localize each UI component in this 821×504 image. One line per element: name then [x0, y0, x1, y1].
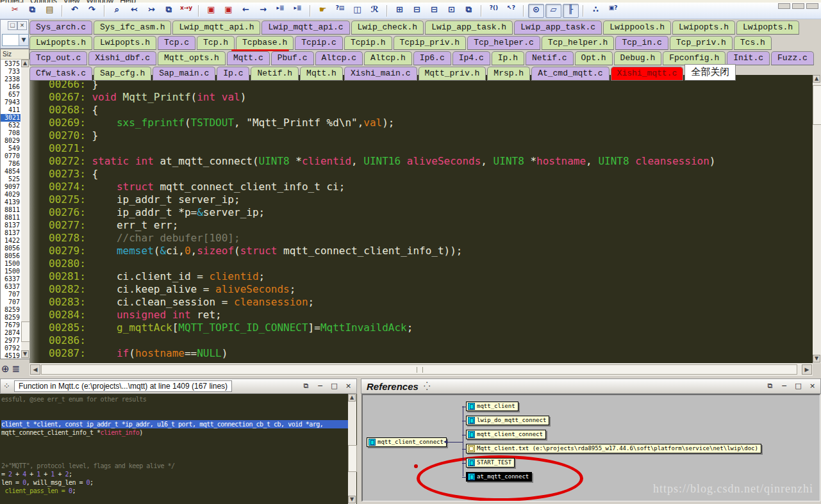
pane-maximize-icon[interactable]: □ — [8, 21, 17, 30]
file-size-row[interactable]: 1500 — [1, 260, 21, 268]
close-button[interactable] — [806, 3, 818, 9]
find-icon[interactable]: ⌕ — [109, 4, 125, 18]
restore-icon[interactable]: ⧉ — [765, 381, 775, 391]
file-size-row[interactable]: 657 — [1, 91, 21, 99]
file-size-row[interactable]: 166 — [1, 83, 21, 91]
replace-icon[interactable]: x→y — [178, 4, 194, 18]
code-line[interactable]: 00278: //char debufer[100]; — [49, 232, 715, 245]
tab-opt-h[interactable]: Opt.h — [575, 51, 613, 65]
code-line[interactable]: 00270: } — [49, 129, 715, 142]
single-window-icon[interactable]: ⊡ — [444, 4, 460, 18]
tab-fpconfig-h[interactable]: Fpconfig.h — [663, 51, 726, 65]
code-line[interactable]: 00277: err_t err; — [49, 219, 715, 232]
file-size-row[interactable]: 707 — [1, 298, 21, 306]
file-size-row[interactable]: 4029 — [1, 191, 21, 199]
redo-icon[interactable]: ↷ — [84, 4, 100, 18]
reference-node-lwip-do-mqtt-connect[interactable]: lwip_do_mqtt_connect — [466, 416, 549, 425]
file-size-row[interactable]: 411 — [1, 106, 21, 114]
chevron-down-icon[interactable]: ▼ — [19, 35, 28, 45]
tab-debug-h[interactable]: Debug.h — [614, 51, 662, 65]
context-scrollbar[interactable]: ▲ ▼ — [348, 394, 356, 504]
maximize-button[interactable] — [792, 3, 804, 9]
split-window-icon[interactable]: ⊟ — [426, 4, 442, 18]
code-line[interactable]: 00269: sxs_fprintf(TSTDOUT, "Mqtt_Printf… — [49, 117, 715, 129]
file-size-row[interactable]: 4519 — [1, 352, 21, 360]
code-line[interactable]: 00273: { — [49, 168, 715, 181]
tab-altcp-h[interactable]: Altcp.h — [364, 51, 412, 65]
tab-netif-h[interactable]: Netif.h — [251, 67, 299, 81]
file-size-row[interactable]: 1500 — [1, 268, 21, 275]
file-size-row[interactable]: 8137 — [1, 229, 21, 237]
code-line[interactable]: 00268: { — [49, 104, 715, 117]
size-column-header[interactable]: Siz — [1, 49, 29, 60]
tab-at-cmd-mqtt-c[interactable]: At_cmd_mqtt.c — [531, 67, 609, 81]
reference-node-start-test[interactable]: START_TEST — [466, 458, 515, 467]
tab-lwip-mqtt-api-c[interactable]: Lwip_mqtt_api.c — [261, 20, 349, 35]
file-size-row[interactable]: 2338 — [1, 76, 21, 83]
file-size-row[interactable]: 2874 — [1, 329, 21, 337]
relation-help-icon[interactable]: ▣? — [605, 4, 621, 18]
tab-tcp-h[interactable]: Tcp.h — [197, 36, 235, 50]
goto-next-link-icon[interactable]: ▸≣ — [272, 4, 288, 18]
scroll-down-icon[interactable]: ▼ — [21, 350, 29, 358]
goto-previous-link-icon[interactable]: ▸≣ — [290, 4, 306, 18]
find-next-icon[interactable]: ↣ — [144, 4, 160, 18]
tab-lwipopts-h[interactable]: Lwipopts.h — [672, 20, 735, 35]
contents-book-icon[interactable]: ◫ — [349, 4, 365, 18]
file-size-row[interactable]: 8259 — [1, 306, 21, 314]
tab-netif-c[interactable]: Netif.c — [526, 51, 574, 65]
copy-icon[interactable]: ⧉ — [24, 4, 40, 18]
tab-tcp-helper-c[interactable]: Tcp_helper.c — [467, 36, 540, 50]
cut-icon[interactable]: ✂ — [7, 4, 23, 18]
relation-tree-icon[interactable]: ╟ — [563, 4, 579, 18]
code-line[interactable]: 00279: memset(&ci,0,sizeof(struct mqtt_c… — [49, 245, 715, 257]
close-all-button[interactable]: 全部关闭 — [684, 64, 736, 81]
scroll-right-icon[interactable]: ▶ — [802, 364, 812, 375]
scroll-up-icon[interactable]: ▲ — [21, 60, 29, 67]
minimize-icon[interactable]: − — [779, 381, 790, 391]
editor-hscroll-thumb[interactable] — [41, 364, 797, 375]
file-size-row[interactable]: 0770 — [1, 152, 21, 160]
tab-tcpip-priv-h[interactable]: Tcpip_priv.h — [394, 36, 467, 50]
file-size-row[interactable]: 8259 — [1, 314, 21, 321]
tab-lwip-mqtt-api-h[interactable]: Lwip_mqtt_api.h — [172, 20, 260, 35]
close-icon[interactable]: × — [807, 381, 818, 391]
file-size-row[interactable]: 8811 — [1, 214, 21, 222]
file-filter-combobox[interactable]: ▼ — [2, 34, 29, 46]
tab-lwippools-h[interactable]: Lwippools.h — [603, 20, 671, 35]
file-size-row[interactable]: 2977 — [1, 337, 21, 345]
code-editor[interactable]: 00266: }00267: void Mqtt_Printf(int val)… — [29, 75, 813, 363]
file-size-row[interactable]: 7679 — [1, 321, 21, 329]
code-line[interactable]: 00282: ci.keep_alive = aliveSeconds; — [49, 283, 715, 296]
file-size-row[interactable]: 6337 — [1, 275, 21, 283]
scroll-up-icon[interactable]: ▲ — [348, 394, 356, 402]
tab-mqtt-h[interactable]: Mqtt.h — [300, 67, 343, 81]
tab-lwip-app-task-h[interactable]: Lwip_app_task.h — [425, 20, 513, 35]
code-line[interactable]: 00274: struct mqtt_connect_client_info_t… — [49, 181, 715, 193]
reference-node-mqtt-client-connect[interactable]: mqtt_client_connect — [466, 430, 546, 439]
references-titlebar[interactable]: References ⁛ ⧉ − □ × — [361, 378, 821, 394]
tab-tcp-priv-h[interactable]: Tcp_priv.h — [670, 36, 733, 50]
tab-fuzz-c[interactable]: Fuzz.c — [771, 51, 814, 65]
tab-tcp-helper-h[interactable]: Tcp_helper.h — [542, 36, 615, 50]
tab-xishi-main-c[interactable]: Xishi_main.c — [344, 67, 417, 81]
browse-symbol-icon[interactable]: ☛ — [315, 4, 331, 18]
code-line[interactable]: 00286: — [49, 334, 715, 347]
editor-horizontal-scrollbar[interactable]: ◀ ▶ — [29, 363, 813, 376]
context-code-preview[interactable]: essful, @see err_t enum for other result… — [1, 395, 348, 504]
undo-icon[interactable]: ↶ — [67, 4, 83, 18]
tab-xishi-mqtt-c[interactable]: Xishi_mqtt.c — [611, 67, 684, 81]
maximize-icon[interactable]: □ — [793, 381, 804, 391]
tab-ip-c[interactable]: Ip.c — [217, 67, 249, 81]
tab-sys-arch-c[interactable]: Sys_arch.c — [29, 20, 92, 35]
relation-ellipse-icon[interactable]: ⊙ — [528, 4, 544, 18]
tab-xishi-dbf-c[interactable]: Xishi_dbf.c — [88, 51, 156, 65]
reference-node-mqtt-client-txt[interactable]: Mqtt_client.txt (e:\projects\rda8955_w17… — [466, 444, 761, 453]
code-line[interactable]: 00267: void Mqtt_Printf(int val) — [49, 91, 715, 104]
close-icon[interactable]: × — [343, 381, 354, 391]
context-scrollbar-thumb[interactable] — [348, 445, 357, 472]
file-size-row[interactable]: 708 — [1, 129, 21, 137]
restore-icon[interactable]: ⧉ — [301, 381, 311, 391]
context-help-icon[interactable]: ↖? — [503, 4, 519, 18]
tab-ip-h[interactable]: Ip.h — [492, 51, 524, 65]
